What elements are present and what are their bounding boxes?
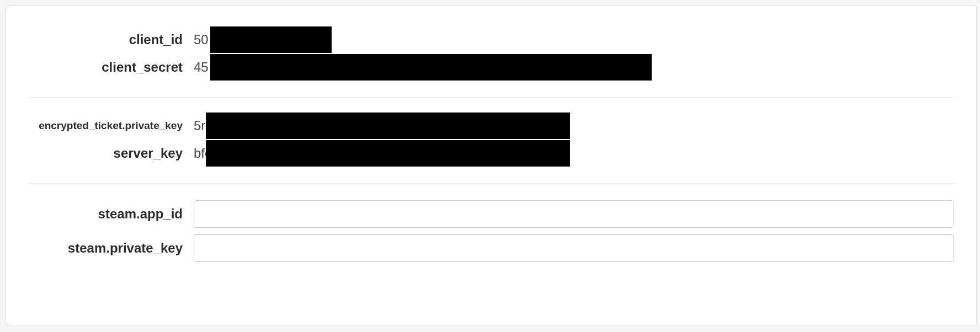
steam-section: steam.app_id steam.private_key [28,183,954,282]
client-id-label: client_id [28,32,194,47]
server-key-label: server_key [28,146,194,161]
encrypted-ticket-label: encrypted_ticket.private_key [28,120,194,132]
redaction-block [206,140,570,167]
steam-app-id-row: steam.app_id [28,200,954,228]
redaction-block [210,26,332,53]
steam-private-key-input[interactable] [194,234,954,262]
ticket-keys-section: encrypted_ticket.private_key 5r EA serve… [28,97,954,183]
redaction-block [206,113,570,139]
encrypted-ticket-row: encrypted_ticket.private_key 5r EA [28,114,954,137]
client-secret-row: client_secret 45 99f [28,56,954,79]
settings-panel: client_id 50 45 client_secret 45 [6,6,977,325]
steam-private-key-label: steam.private_key [28,240,194,256]
client-credentials-section: client_id 50 45 client_secret 45 [28,23,954,97]
client-id-row: client_id 50 45 [28,28,954,51]
server-key-row: server_key bfc 2ae1202ee81f28cdf29 [28,142,954,165]
client-secret-label: client_secret [28,60,194,75]
redaction-block [210,54,652,81]
client-secret-value: 45 99f [194,60,231,75]
steam-app-id-input[interactable] [194,200,954,228]
steam-app-id-label: steam.app_id [28,206,194,222]
encrypted-ticket-value: 5r EA [194,118,227,133]
steam-private-key-row: steam.private_key [28,234,954,262]
client-id-value: 50 45 [194,32,227,47]
server-key-value: bfc 2ae1202ee81f28cdf29 [194,146,347,161]
